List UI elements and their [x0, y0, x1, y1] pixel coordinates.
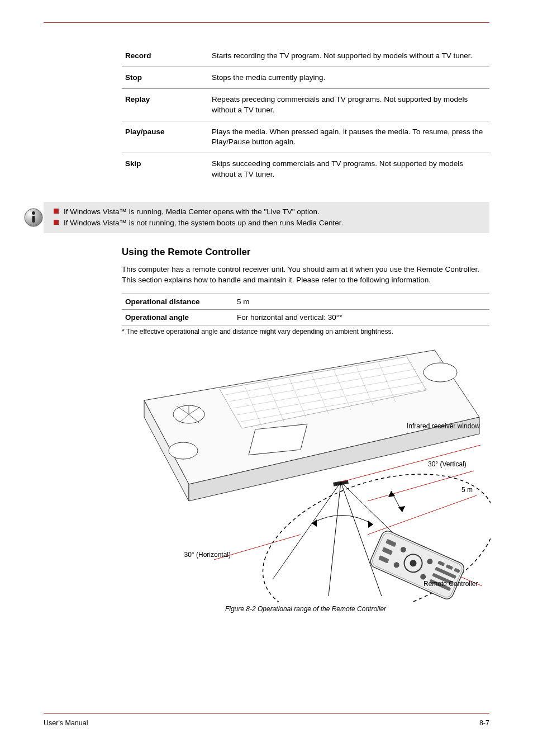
svg-rect-2: [32, 216, 35, 223]
table-row: Skip Skips succeeding commercials and TV…: [122, 153, 489, 185]
info-item-1: If Windows Vista™ is running, Media Cent…: [54, 206, 343, 218]
desc-record: Starts recording the TV program. Not sup…: [208, 45, 489, 67]
definitions-table-wrap: Record Starts recording the TV program. …: [122, 45, 489, 185]
footer-right: 8-7: [479, 719, 489, 727]
term-skip: Skip: [122, 153, 208, 185]
footer: User's Manual 8-7: [44, 713, 489, 727]
label-5m: 5 m: [461, 486, 473, 494]
figure-svg: [122, 339, 491, 602]
svg-line-29: [273, 482, 341, 579]
table-row: Operational distance 5 m: [122, 294, 489, 310]
top-rule: [44, 22, 489, 23]
svg-point-27: [423, 363, 457, 382]
desc-replay: Repeats preceding commercials and TV pro…: [208, 89, 489, 121]
specs-table-wrap: Operational distance 5 m Operational ang…: [122, 294, 489, 325]
svg-marker-39: [368, 521, 373, 528]
svg-point-1: [32, 211, 35, 215]
info-item-2: If Windows Vista™ is not running, the sy…: [54, 218, 343, 229]
spec-distance-val: 5 m: [234, 294, 489, 310]
spec-angle-key: Operational angle: [122, 310, 234, 325]
figure: Infrared receiver window 30° (Horizontal…: [122, 339, 491, 602]
label-v30: 30° (Vertical): [428, 461, 467, 468]
spec-angle-val: For horizontal and vertical: 30°*: [234, 310, 489, 325]
svg-point-7: [169, 442, 198, 459]
label-recv-window: Infrared receiver window: [407, 423, 480, 430]
table-row: Play/pause Plays the media. When pressed…: [122, 121, 489, 153]
term-record: Record: [122, 45, 208, 67]
figure-caption: Figure 8-2 Operational range of the Remo…: [122, 605, 489, 613]
svg-line-35: [368, 471, 474, 501]
label-remote: Remote Controller: [423, 580, 478, 588]
table-row: Operational angle For horizontal and ver…: [122, 310, 489, 325]
svg-line-36: [368, 495, 477, 535]
section-body: This computer has a remote control recei…: [122, 264, 489, 286]
section-heading: Using the Remote Controller: [122, 247, 489, 258]
term-replay: Replay: [122, 89, 208, 121]
desc-skip: Skips succeeding commercials and TV prog…: [208, 153, 489, 185]
svg-marker-38: [312, 519, 317, 527]
table-row: Replay Repeats preceding commercials and…: [122, 89, 489, 121]
svg-line-31: [341, 482, 382, 596]
bottom-rule: [44, 713, 489, 714]
desc-stop: Stops the media currently playing.: [208, 67, 489, 89]
info-note: If Windows Vista™ is running, Media Cent…: [44, 202, 489, 234]
term-playpause: Play/pause: [122, 121, 208, 153]
footer-left: User's Manual: [44, 719, 88, 727]
footnote: * The effective operational angle and di…: [122, 328, 489, 336]
info-list: If Windows Vista™ is running, Media Cent…: [54, 206, 343, 229]
desc-playpause: Plays the media. When pressed again, it …: [208, 121, 489, 153]
table-row: Record Starts recording the TV program. …: [122, 45, 489, 67]
table-row: Stop Stops the media currently playing.: [122, 67, 489, 89]
svg-line-30: [329, 482, 341, 596]
definitions-table: Record Starts recording the TV program. …: [122, 45, 489, 185]
spec-distance-key: Operational distance: [122, 294, 234, 310]
info-icon: [23, 207, 44, 228]
specs-table: Operational distance 5 m Operational ang…: [122, 294, 489, 325]
term-stop: Stop: [122, 67, 208, 89]
label-h30: 30° (Horizontal): [147, 551, 231, 559]
